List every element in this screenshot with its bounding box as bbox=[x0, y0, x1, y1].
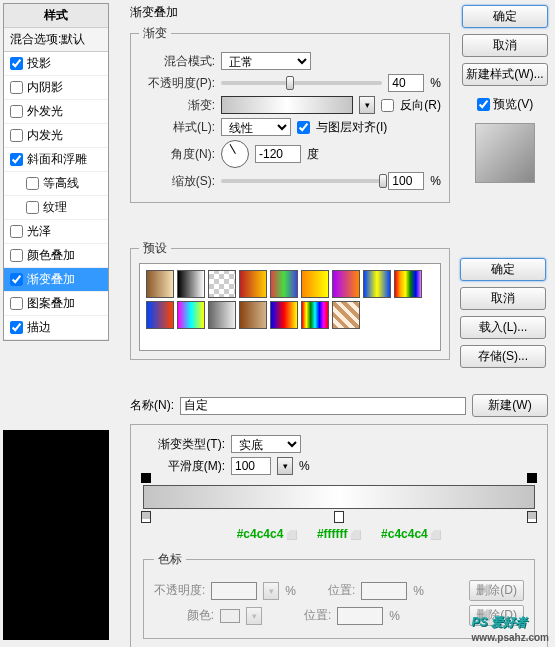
blend-mode-select[interactable]: 正常 bbox=[221, 52, 311, 70]
align-checkbox[interactable] bbox=[297, 121, 310, 134]
sidebar-item-8[interactable]: 颜色叠加 bbox=[4, 244, 108, 268]
preset-swatch[interactable] bbox=[394, 270, 422, 298]
preset-swatch[interactable] bbox=[270, 301, 298, 329]
stop-pos-input[interactable] bbox=[361, 582, 407, 600]
opacity-stop[interactable] bbox=[141, 473, 151, 483]
new-button[interactable]: 新建(W) bbox=[472, 394, 548, 417]
style-select[interactable]: 线性 bbox=[221, 118, 291, 136]
stop-pos-input2[interactable] bbox=[337, 607, 383, 625]
opacity-label: 不透明度(P): bbox=[139, 75, 215, 92]
sidebar-subtitle[interactable]: 混合选项:默认 bbox=[4, 28, 108, 52]
stop-color-swatch[interactable] bbox=[220, 609, 240, 623]
sidebar-checkbox[interactable] bbox=[26, 201, 39, 214]
smoothness-unit: % bbox=[299, 459, 310, 473]
sidebar-item-1[interactable]: 内阴影 bbox=[4, 76, 108, 100]
sidebar-item-0[interactable]: 投影 bbox=[4, 52, 108, 76]
preset-swatch[interactable] bbox=[332, 270, 360, 298]
new-style-button[interactable]: 新建样式(W)... bbox=[462, 63, 548, 86]
stop-opacity-dropdown-icon[interactable] bbox=[263, 582, 279, 600]
preset-swatch[interactable] bbox=[239, 301, 267, 329]
sidebar-item-5[interactable]: 等高线 bbox=[4, 172, 108, 196]
sidebar-item-3[interactable]: 内发光 bbox=[4, 124, 108, 148]
opacity-input[interactable] bbox=[388, 74, 424, 92]
preset-swatch[interactable] bbox=[301, 270, 329, 298]
stop-opacity-input[interactable] bbox=[211, 582, 257, 600]
grad-type-select[interactable]: 实底 bbox=[231, 435, 301, 453]
smoothness-dropdown-icon[interactable] bbox=[277, 457, 293, 475]
preset-swatch[interactable] bbox=[301, 301, 329, 329]
angle-input[interactable] bbox=[255, 145, 301, 163]
scale-input[interactable] bbox=[388, 172, 424, 190]
scale-unit: % bbox=[430, 174, 441, 188]
angle-dial[interactable] bbox=[221, 140, 249, 168]
main-panel: 渐变叠加 渐变 混合模式: 正常 不透明度(P): % 渐变: 反向(R) 样式… bbox=[130, 0, 450, 211]
sidebar-item-label: 内发光 bbox=[27, 127, 63, 144]
presets-section: 预设 bbox=[130, 240, 450, 368]
style-label: 样式(L): bbox=[139, 119, 215, 136]
presets-legend: 预设 bbox=[139, 240, 171, 257]
preset-swatch[interactable] bbox=[208, 301, 236, 329]
opacity-slider[interactable] bbox=[221, 81, 382, 85]
sidebar-checkbox[interactable] bbox=[10, 249, 23, 262]
watermark: PS 爱好者 www.psahz.com bbox=[472, 606, 549, 643]
preset-swatch[interactable] bbox=[363, 270, 391, 298]
reverse-label: 反向(R) bbox=[400, 97, 441, 114]
sidebar-checkbox[interactable] bbox=[10, 129, 23, 142]
sidebar-checkbox[interactable] bbox=[10, 321, 23, 334]
stop-pos-label: 位置: bbox=[328, 582, 355, 599]
gradient-preview[interactable] bbox=[221, 96, 353, 114]
preset-swatch[interactable] bbox=[177, 301, 205, 329]
sidebar-checkbox[interactable] bbox=[10, 225, 23, 238]
load-button[interactable]: 载入(L)... bbox=[460, 316, 546, 339]
color-stop[interactable] bbox=[141, 511, 151, 523]
angle-unit: 度 bbox=[307, 146, 319, 163]
preset-swatch[interactable] bbox=[146, 270, 174, 298]
sidebar-checkbox[interactable] bbox=[10, 57, 23, 70]
ok-button[interactable]: 确定 bbox=[462, 5, 548, 28]
preset-swatch[interactable] bbox=[239, 270, 267, 298]
scale-label: 缩放(S): bbox=[139, 173, 215, 190]
sidebar-checkbox[interactable] bbox=[10, 81, 23, 94]
sidebar-item-4[interactable]: 斜面和浮雕 bbox=[4, 148, 108, 172]
preset-swatch[interactable] bbox=[332, 301, 360, 329]
reverse-checkbox[interactable] bbox=[381, 99, 394, 112]
scale-slider[interactable] bbox=[221, 179, 382, 183]
color-stop[interactable] bbox=[527, 511, 537, 523]
gradient-dropdown-icon[interactable] bbox=[359, 96, 375, 114]
color-stop[interactable] bbox=[334, 511, 344, 523]
name-row: 名称(N): 新建(W) bbox=[130, 394, 548, 417]
sidebar-item-label: 纹理 bbox=[43, 199, 67, 216]
delete-button[interactable]: 删除(D) bbox=[469, 580, 524, 601]
preset-swatch[interactable] bbox=[208, 270, 236, 298]
sidebar-checkbox[interactable] bbox=[26, 177, 39, 190]
sidebar-item-9[interactable]: 渐变叠加 bbox=[4, 268, 108, 292]
save-button[interactable]: 存储(S)... bbox=[460, 345, 546, 368]
preset-swatch[interactable] bbox=[177, 270, 205, 298]
sidebar-item-2[interactable]: 外发光 bbox=[4, 100, 108, 124]
sidebar-checkbox[interactable] bbox=[10, 297, 23, 310]
smoothness-input[interactable] bbox=[231, 457, 271, 475]
sidebar-item-label: 颜色叠加 bbox=[27, 247, 75, 264]
styles-sidebar: 样式 混合选项:默认 投影内阴影外发光内发光斜面和浮雕等高线纹理光泽颜色叠加渐变… bbox=[3, 3, 109, 341]
preset-swatch[interactable] bbox=[270, 270, 298, 298]
sidebar-item-7[interactable]: 光泽 bbox=[4, 220, 108, 244]
sidebar-checkbox[interactable] bbox=[10, 105, 23, 118]
presets-cancel-button[interactable]: 取消 bbox=[460, 287, 546, 310]
sidebar-item-10[interactable]: 图案叠加 bbox=[4, 292, 108, 316]
grad-type-label: 渐变类型(T): bbox=[139, 436, 225, 453]
opacity-stop[interactable] bbox=[527, 473, 537, 483]
sidebar-checkbox[interactable] bbox=[10, 273, 23, 286]
gradient-label: 渐变: bbox=[139, 97, 215, 114]
sidebar-item-label: 图案叠加 bbox=[27, 295, 75, 312]
presets-ok-button[interactable]: 确定 bbox=[460, 258, 546, 281]
cancel-button[interactable]: 取消 bbox=[462, 34, 548, 57]
sidebar-checkbox[interactable] bbox=[10, 153, 23, 166]
stops-legend: 色标 bbox=[154, 551, 186, 568]
preset-swatch[interactable] bbox=[146, 301, 174, 329]
preview-checkbox[interactable] bbox=[477, 98, 490, 111]
stop-color-dropdown-icon[interactable] bbox=[246, 607, 262, 625]
sidebar-item-6[interactable]: 纹理 bbox=[4, 196, 108, 220]
sidebar-item-11[interactable]: 描边 bbox=[4, 316, 108, 340]
gradient-bar[interactable] bbox=[143, 485, 535, 509]
name-input[interactable] bbox=[180, 397, 466, 415]
